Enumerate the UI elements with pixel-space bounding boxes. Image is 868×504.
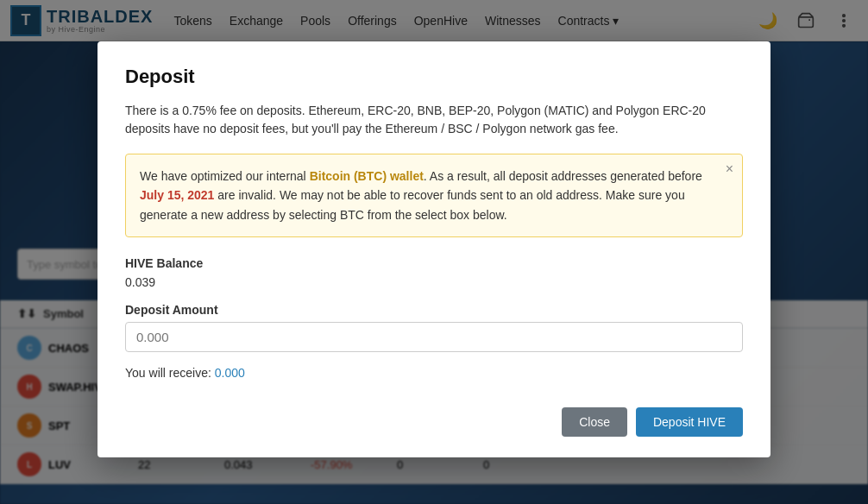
modal-overlay: Deposit There is a 0.75% fee on deposits…: [0, 0, 868, 41]
